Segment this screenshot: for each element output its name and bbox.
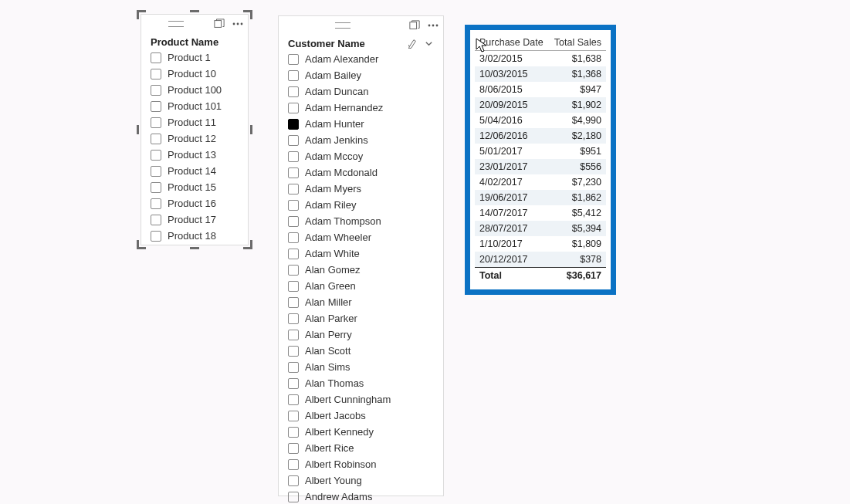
checkbox-icon[interactable] (288, 184, 299, 194)
checkbox-icon[interactable] (288, 167, 299, 178)
checkbox-icon[interactable] (288, 297, 299, 308)
checkbox-icon[interactable] (151, 182, 161, 193)
checkbox-icon[interactable] (288, 492, 299, 502)
table-row[interactable]: 1/10/2017$1,809 (475, 236, 606, 252)
table-row[interactable]: 20/12/2017$378 (475, 252, 606, 268)
checkbox-icon[interactable] (151, 134, 161, 144)
slicer-item[interactable]: Adam Alexander (285, 51, 437, 67)
slicer-item[interactable]: Adam Duncan (285, 83, 437, 100)
slicer-item[interactable]: Alan Gomez (285, 262, 437, 278)
table-row[interactable]: 20/09/2015$1,902 (475, 97, 606, 113)
checkbox-icon[interactable] (288, 151, 299, 162)
slicer-item[interactable]: Alan Perry (285, 326, 437, 343)
checkbox-icon[interactable] (151, 231, 161, 242)
table-row[interactable]: 23/01/2017$556 (475, 159, 606, 174)
checkbox-icon[interactable] (288, 232, 299, 243)
checkbox-icon[interactable] (288, 330, 299, 340)
slicer-item[interactable]: Product 101 (147, 98, 242, 114)
slicer-item[interactable]: Adam Mccoy (285, 148, 437, 164)
checkbox-icon[interactable] (151, 85, 161, 96)
clear-selections-icon[interactable] (406, 39, 417, 49)
checkbox-icon[interactable] (288, 475, 299, 486)
slicer-item[interactable]: Product 13 (147, 147, 242, 163)
checkbox-icon[interactable] (288, 119, 299, 130)
focus-mode-icon[interactable] (214, 19, 225, 29)
more-options-icon[interactable] (232, 19, 243, 29)
slicer-item[interactable]: Product 100 (147, 82, 242, 98)
more-options-icon[interactable] (428, 20, 439, 31)
resize-handle-right[interactable] (243, 128, 252, 137)
table-row[interactable]: 10/03/2015$1,368 (475, 66, 606, 82)
resize-handle-top-right[interactable] (243, 10, 252, 19)
checkbox-icon[interactable] (151, 166, 161, 177)
table-row[interactable]: 4/02/2017$7,230 (475, 174, 606, 190)
checkbox-icon[interactable] (151, 198, 161, 209)
resize-handle-left[interactable] (137, 128, 146, 137)
checkbox-icon[interactable] (288, 394, 299, 405)
slicer-item[interactable]: Albert Rice (285, 440, 437, 456)
slicer-item[interactable]: Andrew Adams (285, 489, 437, 504)
slicer-item[interactable]: Albert Robinson (285, 456, 437, 472)
checkbox-icon[interactable] (151, 215, 161, 225)
slicer-item[interactable]: Albert Young (285, 472, 437, 489)
customer-slicer[interactable]: Customer Name Adam AlexanderAdam BaileyA… (278, 15, 444, 496)
checkbox-icon[interactable] (288, 249, 299, 259)
checkbox-icon[interactable] (288, 265, 299, 276)
checkbox-icon[interactable] (288, 54, 299, 65)
table-row[interactable]: 12/06/2016$2,180 (475, 128, 606, 144)
slicer-item[interactable]: Albert Kennedy (285, 424, 437, 440)
checkbox-icon[interactable] (288, 411, 299, 421)
drag-handle-icon[interactable] (335, 22, 350, 29)
slicer-item[interactable]: Alan Miller (285, 294, 437, 310)
checkbox-icon[interactable] (288, 313, 299, 324)
checkbox-icon[interactable] (288, 443, 299, 454)
checkbox-icon[interactable] (151, 52, 161, 63)
slicer-item[interactable]: Alan Parker (285, 310, 437, 326)
slicer-item[interactable]: Alan Green (285, 278, 437, 294)
table-row[interactable]: 19/06/2017$1,862 (475, 190, 606, 205)
resize-handle-top-left[interactable] (137, 10, 146, 19)
slicer-item[interactable]: Product 1 (147, 49, 242, 66)
slicer-item[interactable]: Product 16 (147, 195, 242, 211)
checkbox-icon[interactable] (288, 86, 299, 97)
resize-handle-top[interactable] (190, 10, 199, 19)
checkbox-icon[interactable] (288, 378, 299, 389)
slicer-item[interactable]: Adam Mcdonald (285, 164, 437, 181)
slicer-item[interactable]: Adam Thompson (285, 213, 437, 229)
drag-handle-icon[interactable] (168, 21, 184, 27)
slicer-item[interactable]: Albert Cunningham (285, 391, 437, 408)
table-row[interactable]: 28/07/2017$5,394 (475, 221, 606, 236)
checkbox-icon[interactable] (151, 117, 161, 128)
slicer-item[interactable]: Product 11 (147, 114, 242, 130)
checkbox-icon[interactable] (288, 346, 299, 357)
slicer-item[interactable]: Adam White (285, 245, 437, 262)
slicer-item[interactable]: Adam Bailey (285, 67, 437, 83)
slicer-item[interactable]: Product 12 (147, 130, 242, 147)
slicer-item[interactable]: Adam Hunter (285, 116, 437, 132)
checkbox-icon[interactable] (288, 70, 299, 81)
resize-handle-bottom[interactable] (190, 240, 199, 249)
slicer-item[interactable]: Product 10 (147, 66, 242, 82)
checkbox-icon[interactable] (288, 362, 299, 373)
col-total-sales[interactable]: Total Sales (549, 35, 606, 51)
dropdown-icon[interactable] (423, 39, 434, 49)
slicer-item[interactable]: Adam Hernandez (285, 100, 437, 116)
focus-mode-icon[interactable] (409, 20, 420, 31)
table-row[interactable]: 5/01/2017$951 (475, 144, 606, 159)
slicer-item[interactable]: Product 14 (147, 163, 242, 179)
slicer-item[interactable]: Adam Myers (285, 181, 437, 197)
resize-handle-bottom-right[interactable] (243, 240, 252, 249)
resize-handle-bottom-left[interactable] (137, 240, 146, 249)
checkbox-icon[interactable] (288, 281, 299, 292)
col-purchase-date[interactable]: Purchase Date (475, 35, 549, 51)
slicer-item[interactable]: Product 17 (147, 211, 242, 228)
checkbox-icon[interactable] (151, 69, 161, 79)
checkbox-icon[interactable] (288, 200, 299, 211)
slicer-item[interactable]: Adam Riley (285, 197, 437, 213)
slicer-item[interactable]: Alan Sims (285, 359, 437, 375)
table-row[interactable]: 14/07/2017$5,412 (475, 205, 606, 221)
checkbox-icon[interactable] (288, 459, 299, 470)
table-row[interactable]: 5/04/2016$4,990 (475, 113, 606, 128)
slicer-item[interactable]: Adam Jenkins (285, 132, 437, 148)
checkbox-icon[interactable] (151, 150, 161, 161)
